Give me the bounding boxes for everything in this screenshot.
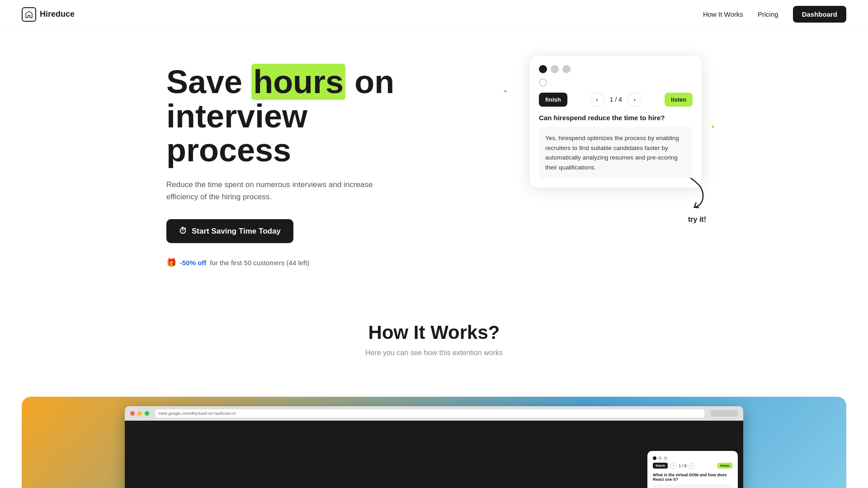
try-it-arrow-icon bbox=[677, 172, 717, 219]
widget-question: Can hirespend reduce the time to hire? bbox=[539, 114, 693, 122]
how-it-works-section: How It Works? Here you can see how this … bbox=[0, 286, 868, 397]
panel-controls: finish ‹ 1 / 8 › listen bbox=[653, 463, 732, 469]
browser-bar: meet.google.com/dhq-kaaf-cts?authuser=0 bbox=[125, 406, 743, 421]
nav-pricing[interactable]: Pricing bbox=[758, 10, 778, 18]
star-decoration: ✦ bbox=[503, 88, 508, 95]
browser-url-bar: meet.google.com/dhq-kaaf-cts?authuser=0 bbox=[156, 409, 704, 418]
panel-answer: The virtual DOM is a lightweight copy of… bbox=[653, 484, 732, 488]
prev-arrow[interactable]: ‹ bbox=[590, 92, 604, 107]
hero-section: Save hours on interview process Reduce t… bbox=[145, 29, 723, 286]
dot-2 bbox=[551, 65, 559, 73]
clock-icon: ⏱ bbox=[179, 226, 187, 236]
video-background: meet.google.com/dhq-kaaf-cts?authuser=0 … bbox=[22, 397, 846, 488]
browser-panel: finish ‹ 1 / 8 › listen What is the virt… bbox=[647, 451, 738, 488]
browser-reload-btn bbox=[711, 410, 738, 417]
panel-listen: listen bbox=[717, 463, 732, 469]
logo-icon bbox=[22, 7, 36, 22]
cta-label: Start Saving Time Today bbox=[192, 227, 281, 236]
how-subtitle: Here you can see how this extention work… bbox=[22, 349, 846, 357]
panel-finish-btn: finish bbox=[653, 463, 668, 469]
logo[interactable]: Hireduce bbox=[22, 7, 75, 22]
panel-prev: ‹ bbox=[670, 463, 677, 469]
panel-page: 1 / 8 bbox=[679, 464, 687, 468]
dot-3 bbox=[562, 65, 571, 73]
next-arrow[interactable]: › bbox=[627, 92, 642, 107]
page-indicator: 1 / 4 bbox=[610, 96, 622, 103]
finish-button[interactable]: finish bbox=[539, 93, 567, 107]
video-area: meet.google.com/dhq-kaaf-cts?authuser=0 … bbox=[22, 397, 846, 488]
dot-1 bbox=[539, 65, 547, 73]
navbar: Hireduce How It Works Pricing Dashboard bbox=[0, 0, 868, 29]
widget-controls: finish ‹ 1 / 4 › listen bbox=[539, 92, 693, 107]
panel-dots bbox=[653, 456, 732, 460]
hero-subtitle: Reduce the time spent on numerous interv… bbox=[166, 178, 374, 203]
hero-right: ✦ ✦ finish ‹ 1 / 4 › listen Can hir bbox=[530, 56, 702, 188]
hero-left: Save hours on interview process Reduce t… bbox=[166, 56, 420, 267]
listen-button[interactable]: listen bbox=[665, 93, 693, 107]
nav-links: How It Works Pricing Dashboard bbox=[703, 6, 846, 23]
panel-dot-1 bbox=[653, 456, 656, 460]
promo-discount: -50% off bbox=[180, 259, 206, 267]
dot-small bbox=[539, 79, 547, 87]
hero-title: Save hours on interview process bbox=[166, 65, 420, 168]
title-part1: Save bbox=[166, 64, 251, 100]
url-text: meet.google.com/dhq-kaaf-cts?authuser=0 bbox=[158, 411, 236, 416]
how-title: How It Works? bbox=[22, 322, 846, 343]
panel-dot-3 bbox=[664, 456, 667, 460]
panel-dot-2 bbox=[658, 456, 662, 460]
browser-circle-1 bbox=[130, 411, 135, 416]
star-decoration-2: ✦ bbox=[711, 124, 715, 130]
browser-mockup: meet.google.com/dhq-kaaf-cts?authuser=0 … bbox=[125, 406, 743, 488]
widget-answer: Yes, hirespend optimizes the process by … bbox=[539, 127, 693, 178]
cta-button[interactable]: ⏱ Start Saving Time Today bbox=[166, 219, 293, 243]
nav-how-it-works[interactable]: How It Works bbox=[703, 10, 743, 18]
try-it-annotation: try it! bbox=[684, 175, 711, 224]
widget-dots bbox=[539, 65, 693, 73]
promo-suffix: for the first 50 customers (44 left) bbox=[210, 259, 309, 267]
gift-icon: 🎁 bbox=[166, 258, 176, 267]
panel-question: What is the virtual DOM and how does Rea… bbox=[653, 473, 732, 482]
browser-circle-3 bbox=[145, 411, 149, 416]
widget-card: finish ‹ 1 / 4 › listen Can hirespend re… bbox=[530, 56, 702, 188]
title-highlight: hours bbox=[251, 64, 345, 100]
widget-nav: ‹ 1 / 4 › bbox=[590, 92, 642, 107]
browser-content: finish ‹ 1 / 8 › listen What is the virt… bbox=[125, 421, 743, 488]
logo-text: Hireduce bbox=[40, 9, 75, 19]
promo-line: 🎁 -50% off for the first 50 customers (4… bbox=[166, 258, 420, 267]
nav-dashboard-button[interactable]: Dashboard bbox=[793, 6, 846, 23]
answer-text: Yes, hirespend optimizes the process by … bbox=[545, 135, 679, 171]
panel-next: › bbox=[689, 463, 695, 469]
browser-circle-2 bbox=[137, 411, 142, 416]
